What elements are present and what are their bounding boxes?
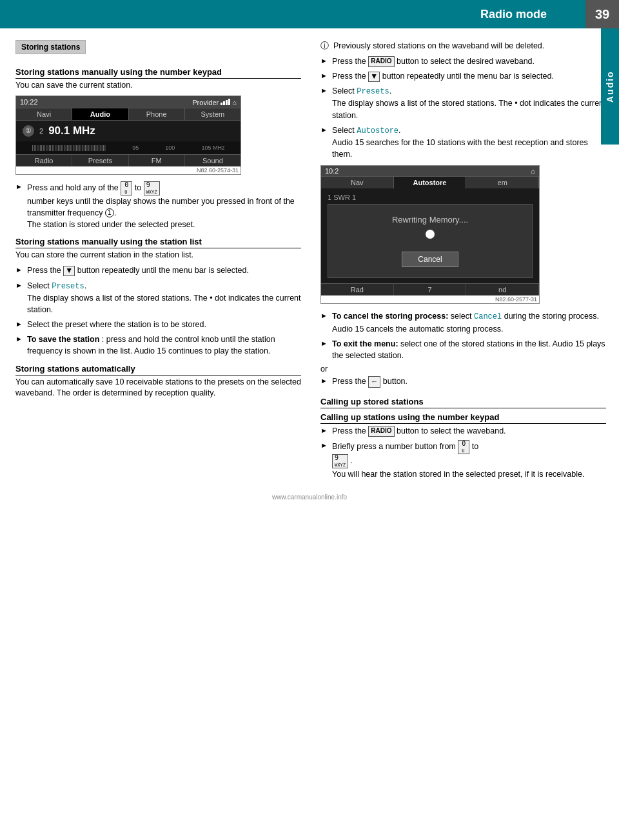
rd-nav-system: System — [185, 108, 241, 120]
bullet-r6: ► To exit the menu: select one of the st… — [320, 338, 606, 361]
bullet-arrow-r1: ► — [320, 56, 329, 66]
bullet-r5-content: To cancel the storing process: select Ca… — [332, 310, 606, 335]
bullet-arrow-2d: ► — [15, 334, 25, 345]
presets-link-1: Presets — [52, 282, 84, 291]
as-signal: ⌂ — [531, 167, 535, 175]
or-text: or — [320, 365, 606, 374]
rd-provider: Provider ⌂ — [192, 97, 237, 106]
sub2-intro: You can store the current station in the… — [15, 250, 301, 261]
nav-down-key-2: ▼ — [368, 72, 380, 82]
as-rewriting-text: Rewriting Memory.... — [335, 215, 526, 225]
rd-bottom-sound: Sound — [185, 155, 241, 166]
bullet-2c-content: Select the preset where the station is t… — [27, 319, 301, 330]
radio-key-1: RADIO — [368, 56, 394, 67]
bullet-r5: ► To cancel the storing process: select … — [320, 310, 606, 335]
bullet-r3: ► Select Presets. The display shows a li… — [320, 85, 606, 121]
key-0-r: 0U — [458, 440, 469, 454]
subsection-5-heading: Calling up stations using the number key… — [320, 412, 606, 424]
bullet-1-content: Press and hold any of the 0U to 9WXYZ nu… — [27, 181, 301, 230]
rd-bottom-fm: FM — [129, 155, 185, 166]
wb-90: 95 — [132, 145, 139, 151]
info-bullet-1: ⓘ Previously stored stations on the wave… — [320, 40, 606, 52]
page-number: 39 — [585, 0, 619, 28]
bullet-2d-content: To save the station : press and hold the… — [27, 334, 301, 357]
bullet-arrow-r6: ► — [320, 339, 329, 349]
info-icon: ⓘ — [320, 40, 331, 52]
bullet-arrow-r8: ► — [320, 426, 329, 436]
rd-time: 10:22 — [20, 98, 38, 106]
bullet-arrow-r4: ► — [320, 125, 329, 135]
back-key: ← — [368, 376, 380, 388]
audio-side-tab: Audio — [601, 28, 619, 145]
bullet-r2-content: Press the ▼ button repeatedly until the … — [332, 70, 606, 82]
section-heading-box: Storing stations — [15, 40, 86, 54]
as-statusbar: 10:2 ⌂ — [321, 166, 539, 176]
bullet-2d: ► To save the station : press and hold t… — [15, 334, 301, 357]
rd-waveband-bar: ||||||||||||||||||||||||||||||||||||||||… — [16, 141, 241, 154]
bullet-r4-content: Select Autostore. Audio 15 searches for … — [332, 125, 606, 161]
website-footer: www.carmanualonline.info — [0, 490, 619, 502]
bullet-2b: ► Select Presets. The display shows a li… — [15, 280, 301, 316]
bullet-r3-content: Select Presets. The display shows a list… — [332, 85, 606, 121]
cancel-link: Cancel — [474, 312, 502, 321]
autostore-link: Autostore — [357, 126, 398, 135]
nav-down-key-1: ▼ — [63, 266, 75, 276]
header-title: Radio mode — [0, 8, 585, 21]
bullet-arrow-2a: ► — [15, 265, 25, 275]
key-0: 0U — [121, 181, 132, 195]
presets-link-2: Presets — [357, 87, 389, 96]
bullet-2c: ► Select the preset where the station is… — [15, 319, 301, 330]
subsection-4-heading: Calling up stored stations — [320, 397, 606, 408]
bullet-arrow-r5: ► — [320, 311, 329, 321]
bullet-r7-content: Press the ← button. — [332, 375, 606, 388]
rd-preset-circle: ① — [25, 126, 32, 135]
bar4 — [228, 99, 230, 105]
bullet-2a: ► Press the ▼ button repeatedly until th… — [15, 265, 301, 276]
rd-statusbar: 10:22 Provider ⌂ — [16, 96, 241, 108]
wb-100: 100 — [165, 145, 175, 151]
key-9-r: 9WXYZ — [332, 454, 348, 468]
key-9: 9WXYZ — [144, 181, 160, 195]
bullet-2b-content: Select Presets. The display shows a list… — [27, 280, 301, 316]
circle-1: 1 — [105, 208, 114, 217]
left-column: Storing stations Storing stations manual… — [15, 40, 306, 483]
as-dot-container — [335, 230, 526, 245]
as-modal: Rewriting Memory.... Cancel — [328, 204, 533, 278]
bullet-arrow-r2: ► — [320, 71, 329, 81]
bullet-arrow-r9: ► — [320, 441, 329, 451]
header-bar: Radio mode 39 — [0, 0, 619, 28]
rd-bottom-radio: Radio — [16, 155, 72, 166]
rd-preset-label: 2 — [39, 127, 43, 135]
rd-freq-area: ① 2 90.1 MHz — [16, 121, 241, 141]
rd-caption: N82.60-2574-31 — [16, 166, 241, 174]
as-subtitle: 1 SWR 1 — [328, 194, 533, 201]
bar1 — [221, 103, 222, 105]
as-bottom-rad: Rad — [321, 284, 394, 295]
bar2 — [223, 101, 225, 105]
bullet-r9-content: Briefly press a number button from 0U to… — [332, 440, 606, 480]
bar3 — [226, 100, 228, 105]
bullet-r4: ► Select Autostore. Audio 15 searches fo… — [320, 125, 606, 161]
bullet-r9: ► Briefly press a number button from 0U … — [320, 440, 606, 480]
radio-key-2: RADIO — [368, 426, 394, 437]
rd-frequency: 90.1 MHz — [48, 125, 95, 137]
bullet-r1: ► Press the RADIO button to select the d… — [320, 55, 606, 67]
bullet-r6-content: To exit the menu: select one of the stor… — [332, 338, 606, 361]
bullet-r7: ► Press the ← button. — [320, 375, 606, 388]
as-cancel-button[interactable]: Cancel — [402, 252, 458, 267]
as-content-area: 1 SWR 1 Rewriting Memory.... Cancel — [321, 188, 539, 283]
bullet-r2: ► Press the ▼ button repeatedly until th… — [320, 70, 606, 82]
bullet-r8-content: Press the RADIO button to select the wav… — [332, 425, 606, 437]
main-content: Storing stations Storing stations manual… — [0, 28, 619, 490]
bullet-1: ► Press and hold any of the 0U to 9WXYZ … — [15, 181, 301, 230]
bullet-arrow-1: ► — [15, 182, 25, 192]
bullet-r8: ► Press the RADIO button to select the w… — [320, 425, 606, 437]
bullet-r1-content: Press the RADIO button to select the des… — [332, 55, 606, 67]
as-nav-center: Autostore — [394, 177, 467, 188]
subsection-2-heading: Storing stations manually using the stat… — [15, 237, 301, 248]
autostore-display: 10:2 ⌂ Nav Autostore em 1 SWR 1 Rewritin… — [320, 165, 540, 304]
subsection-3-heading: Storing stations automatically — [15, 364, 301, 375]
sub3-intro: You can automatically save 10 receivable… — [15, 377, 301, 399]
rd-signal-bars — [221, 97, 230, 105]
info-1-content: Previously stored stations on the waveba… — [333, 40, 606, 52]
